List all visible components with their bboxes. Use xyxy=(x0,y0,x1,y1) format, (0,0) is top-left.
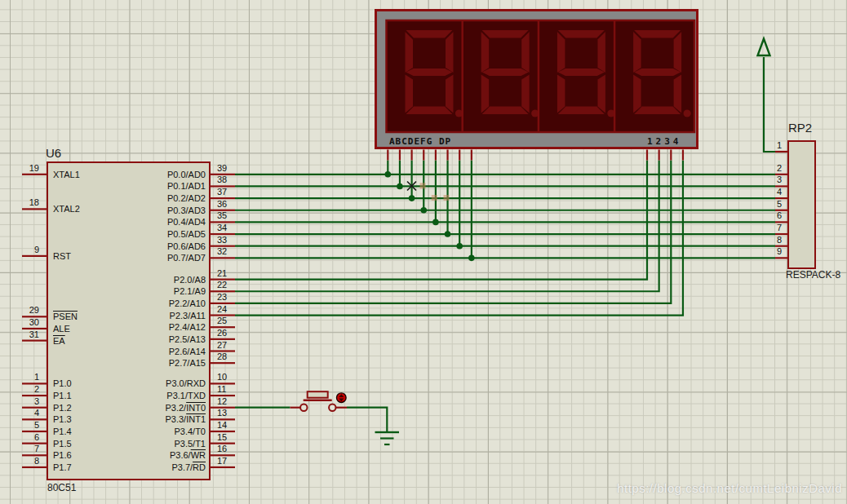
junction-dot xyxy=(468,255,475,262)
pin-number-25: 25 xyxy=(217,316,240,326)
pin-number-15: 15 xyxy=(217,432,240,443)
seven-seg-display-body[interactable]: ABCDEFG DP 1234 xyxy=(375,9,698,149)
schematic-canvas: U6 80C51 ABCDEFG DP 1234 RP2 RESPACK-8 h… xyxy=(0,0,847,504)
pin-number-12: 12 xyxy=(217,396,240,407)
pin-name-right: P0.4/AD4 xyxy=(73,216,206,228)
respack-pin-number-2: 2 xyxy=(757,163,782,174)
wire xyxy=(235,161,671,303)
pin-name-right: P2.7/A15 xyxy=(73,357,206,369)
pin-number-7: 7 xyxy=(18,444,39,454)
junction-dot xyxy=(432,219,439,226)
pin-number-39: 39 xyxy=(217,163,240,174)
segment-D xyxy=(406,107,453,115)
pin-number-8: 8 xyxy=(18,456,39,466)
artifact-mark xyxy=(420,183,426,188)
pin-number-35: 35 xyxy=(217,210,240,221)
pin-name-left: P1.3 xyxy=(53,413,72,425)
wire xyxy=(235,161,647,280)
segment-A xyxy=(634,30,681,38)
seven-seg-digits xyxy=(377,11,696,147)
pin-name-right: P2.2/A10 xyxy=(73,298,206,309)
respack-body[interactable] xyxy=(787,140,816,269)
wire xyxy=(764,57,775,152)
pin-name-right: P0.6/AD6 xyxy=(73,241,206,252)
pin-number-38: 38 xyxy=(217,175,240,185)
button-terminal xyxy=(329,405,335,411)
pin-name-left: P1.6 xyxy=(53,449,72,461)
respack-pin-number-3: 3 xyxy=(757,175,782,185)
respack-pin-number-5: 5 xyxy=(757,199,782,210)
pin-name-left: P1.5 xyxy=(53,438,72,449)
pin-number-21: 21 xyxy=(217,268,240,279)
respack-pin-number-4: 4 xyxy=(757,187,782,197)
segment-E xyxy=(633,75,641,113)
junction-dot xyxy=(385,171,392,178)
pin-number-11: 11 xyxy=(217,384,240,395)
respack-pin-number-6: 6 xyxy=(757,210,782,221)
junction-dot xyxy=(397,183,403,190)
respack-pin-number-7: 7 xyxy=(757,223,782,233)
pin-number-23: 23 xyxy=(217,292,240,303)
pin-number-29: 29 xyxy=(18,305,39,316)
pin-number-37: 37 xyxy=(217,187,240,197)
pin-name-right: P0.5/AD5 xyxy=(73,228,206,240)
pin-name-right: P0.7/AD7 xyxy=(73,252,206,263)
segment-D xyxy=(634,107,681,115)
respack-pin-number-1: 1 xyxy=(757,140,782,151)
segment-C xyxy=(597,75,605,113)
segment-G xyxy=(482,69,529,76)
pin-number-30: 30 xyxy=(18,317,39,328)
pin-number-24: 24 xyxy=(217,304,240,315)
pin-number-5: 5 xyxy=(18,420,39,431)
button-toggle-icon[interactable] xyxy=(337,393,347,403)
segment-C xyxy=(446,75,454,113)
artifact-mark xyxy=(432,195,437,201)
pin-name-right: P0.2/AD2 xyxy=(73,192,206,204)
segment-D xyxy=(558,107,605,115)
pin-name-right: P3.2/INT0 xyxy=(73,402,206,413)
pin-name-right: P2.5/A13 xyxy=(73,334,206,345)
pin-name-left: P1.0 xyxy=(53,378,72,389)
pin-name-right: P0.3/AD3 xyxy=(73,205,206,216)
pin-name-right: P3.0/RXD xyxy=(73,378,206,389)
segment-DP xyxy=(684,109,691,117)
pin-name-right: P2.6/A14 xyxy=(73,346,206,357)
pin-name-left: RST xyxy=(53,250,71,262)
pin-number-31: 31 xyxy=(18,329,39,340)
pin-name-right: P0.1/AD1 xyxy=(73,180,206,192)
wire xyxy=(347,408,387,432)
pin-number-16: 16 xyxy=(217,444,240,454)
pin-number-9: 9 xyxy=(18,245,39,255)
pin-name-left: EA xyxy=(53,335,65,347)
segment-E xyxy=(557,75,565,113)
pin-number-6: 6 xyxy=(18,432,39,443)
pin-name-right: P0.0/AD0 xyxy=(73,169,206,180)
segment-G xyxy=(634,69,681,76)
segment-C xyxy=(674,75,682,113)
pin-name-right: P2.3/A11 xyxy=(73,310,206,321)
pin-number-27: 27 xyxy=(217,340,240,351)
respack-ref-label: RP2 xyxy=(788,121,812,135)
pin-name-right: P2.0/A8 xyxy=(73,274,206,285)
respack-part-label: RESPACK-8 xyxy=(786,269,840,281)
pin-number-13: 13 xyxy=(217,408,240,418)
segment-G xyxy=(558,69,605,76)
pin-name-right: P3.7/RD xyxy=(73,462,206,473)
pin-name-right: P3.4/T0 xyxy=(73,426,206,437)
pin-number-19: 19 xyxy=(18,163,39,174)
segment-E xyxy=(481,75,490,113)
push-button-cap[interactable] xyxy=(308,391,328,398)
pin-number-33: 33 xyxy=(217,235,240,245)
pin-number-2: 2 xyxy=(18,384,39,395)
power-arrow-up-icon xyxy=(758,39,770,56)
segment-A xyxy=(558,30,605,38)
pin-name-left: ALE xyxy=(53,323,70,334)
pin-number-18: 18 xyxy=(18,197,39,208)
junction-dot xyxy=(445,231,451,237)
junction-dot xyxy=(409,195,415,201)
segment-G xyxy=(406,69,453,76)
segment-A xyxy=(482,30,529,38)
pin-number-32: 32 xyxy=(217,246,240,257)
watermark-text: https://blog.csdn.net/cumtLeibnizDavid xyxy=(617,481,842,495)
segment-E xyxy=(406,75,414,113)
